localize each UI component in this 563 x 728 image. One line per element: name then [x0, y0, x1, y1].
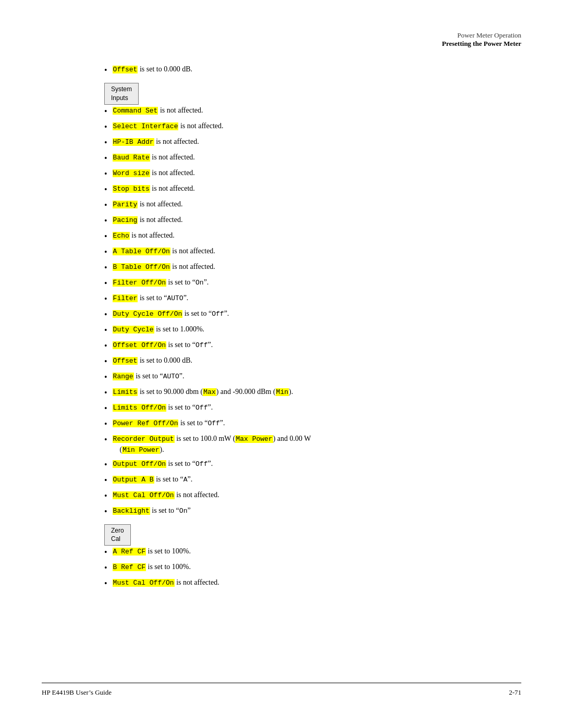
highlight-span: Max Power	[235, 435, 273, 443]
text-span: is not affected.	[154, 138, 199, 145]
bullet-dot: •	[104, 183, 107, 196]
list-item: •Range is set to “AUTO”.	[104, 371, 490, 384]
header-line2: Presetting the Power Meter	[42, 40, 521, 48]
text-span: is set to 90.000 dbm (	[138, 388, 203, 396]
bullet-text: Must Cal Off/On is not affected.	[113, 489, 490, 501]
highlight-span: Filter	[113, 294, 138, 302]
text-span: is set to 100%.	[146, 547, 191, 555]
highlight-span: Min Power	[122, 446, 160, 454]
footer-right: 2-71	[509, 688, 521, 697]
text-span: ).	[160, 446, 164, 453]
list-item: •Filter Off/On is set to “On”.	[104, 277, 490, 290]
mono-span: AUTO	[167, 294, 183, 302]
text-span: .	[211, 341, 213, 349]
list-item: •B Table Off/On is not affected.	[104, 261, 490, 274]
bullet-text: Recorder Output is set to 100.0 mW (Max …	[113, 433, 490, 455]
system-inputs-tab: System Inputs	[104, 83, 139, 105]
text-span: is not affected.	[138, 216, 182, 224]
zero-cal-tab-line2: Cal	[111, 535, 120, 542]
text-span: is set to	[182, 310, 209, 317]
bullet-text: Baud Rate is not affected.	[113, 152, 490, 163]
list-item: •Pacing is not affected.	[104, 214, 490, 227]
content-area: • Offset is set to 0.000 dB. System Inpu…	[104, 64, 490, 590]
text-span: is not affected.	[170, 247, 215, 255]
highlight-span: Must Cal Off/On	[113, 491, 175, 499]
text-span: is not affected.	[150, 153, 195, 161]
bullet-text: Backlight is set to “On”	[113, 505, 490, 516]
text-span: is not affected.	[138, 200, 182, 208]
text-span: .	[227, 310, 229, 317]
bullet-dot: •	[104, 402, 107, 415]
page-container: Power Meter Operation Presetting the Pow…	[0, 0, 563, 728]
text-span: is not affected.	[175, 491, 219, 499]
text-span: is not affected.	[130, 231, 175, 239]
bullet-text: Filter Off/On is set to “On”.	[113, 277, 490, 288]
list-item: •Output A B is set to “A”.	[104, 474, 490, 487]
bullet-dot: •	[104, 215, 107, 227]
text-span: is not affected.	[150, 169, 195, 177]
list-item: •Power Ref Off/On is set to “Off”.	[104, 417, 490, 430]
bullet-offset-initial: • Offset is set to 0.000 dB.	[104, 64, 490, 77]
bullet-dot: •	[104, 324, 107, 337]
bullet-dot: •	[104, 168, 107, 180]
text-span: is set to	[166, 460, 192, 467]
bullet-text: Output Off/On is set to “Off”.	[113, 458, 490, 470]
list-item: •Baud Rate is not affected.	[104, 152, 490, 165]
highlight-span: Filter Off/On	[113, 279, 166, 287]
list-item: •Filter is set to “AUTO”.	[104, 292, 490, 305]
bullet-text: Must Cal Off/On is not affected.	[113, 577, 490, 588]
text-span: ) and 0.00 W	[273, 435, 311, 442]
text-span: is set to 100.0 mW (	[175, 435, 236, 442]
bullet-dot: •	[104, 490, 107, 502]
bullet-text: Offset Off/On is set to “Off”.	[113, 339, 490, 351]
list-item: •Command Set is not affected.	[104, 105, 490, 118]
bullet-dot: •	[104, 277, 107, 290]
bullet-dot: •	[104, 546, 107, 559]
list-item: •Limits is set to 90.000 dbm (Max) and -…	[104, 386, 490, 399]
list-item: •Echo is not affected.	[104, 230, 490, 243]
bullet-text: Pacing is not affected.	[113, 214, 490, 226]
highlight-span: Output Off/On	[113, 460, 166, 468]
bullet-dot: •	[104, 293, 107, 305]
bullet-text: Stop bits is not affecetd.	[113, 183, 490, 194]
mono-span: Off	[195, 460, 207, 468]
highlight-span: HP-IB Addr	[113, 138, 154, 146]
text-span: is not affected.	[175, 578, 219, 586]
bullet-dot: •	[104, 434, 107, 446]
highlight-span: Limits	[113, 388, 138, 396]
text-span: .	[187, 294, 189, 302]
bullet-text: HP-IB Addr is not affected.	[113, 136, 490, 147]
list-item: •B Ref CF is set to 100%.	[104, 561, 490, 574]
bullet-text: Command Set is not affected.	[113, 105, 490, 116]
text-span: is set to	[166, 278, 192, 286]
list-item: •Offset Off/On is set to “Off”.	[104, 339, 490, 352]
mono-span: Off	[212, 310, 224, 318]
bullet-dot: •	[104, 459, 107, 471]
hl-offset-initial: Offset	[113, 66, 138, 73]
text-span: .	[207, 278, 209, 286]
list-item: •Recorder Output is set to 100.0 mW (Max…	[104, 433, 490, 455]
list-item: •Backlight is set to “On”	[104, 505, 490, 518]
highlight-span: Max	[203, 388, 216, 396]
highlight-span: Pacing	[113, 216, 138, 224]
footer-rule	[42, 683, 521, 683]
bullet-text-offset-initial: Offset is set to 0.000 dB.	[113, 64, 490, 75]
bullet-dot: •	[104, 309, 107, 321]
list-item: •A Table Off/On is not affected.	[104, 245, 490, 258]
highlight-span: B Table Off/On	[113, 263, 170, 271]
text-span: is set to	[178, 419, 204, 427]
text-span: ) and -90.000 dBm (	[216, 388, 276, 396]
highlight-span: Must Cal Off/On	[113, 579, 175, 587]
bullet-text: A Table Off/On is not affected.	[113, 245, 490, 257]
zero-cal-section: Zero Cal	[104, 524, 490, 546]
highlight-span: Output A B	[113, 476, 154, 484]
bullet-dot: •	[104, 137, 107, 149]
bullet-text: Filter is set to “AUTO”.	[113, 292, 490, 304]
bullet-text: Output A B is set to “A”.	[113, 474, 490, 485]
zero-cal-tab-line1: Zero	[111, 527, 124, 534]
bullet-text: A Ref CF is set to 100%.	[113, 546, 490, 557]
highlight-span: Min	[276, 388, 289, 396]
bullet-text: Echo is not affected.	[113, 230, 490, 241]
list-item: •Output Off/On is set to “Off”.	[104, 458, 490, 471]
text-span: ”	[187, 507, 190, 514]
